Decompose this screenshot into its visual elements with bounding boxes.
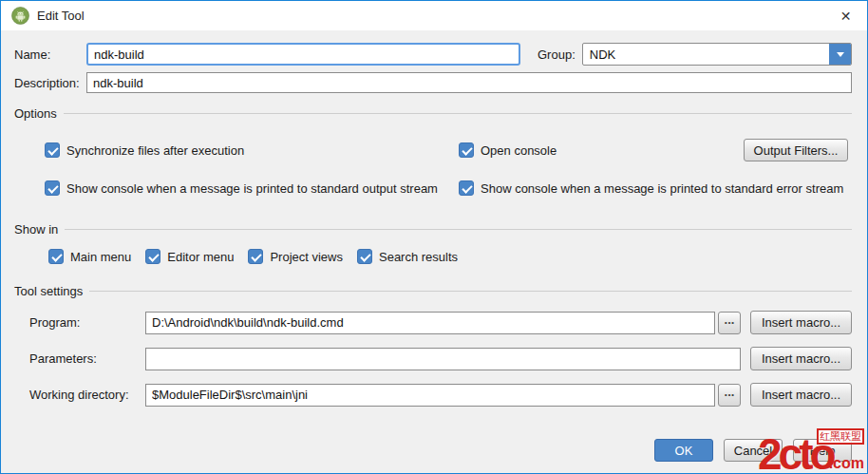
group-dropdown-button[interactable] bbox=[829, 44, 851, 65]
parameters-insert-macro-button[interactable]: Insert macro... bbox=[750, 347, 852, 370]
working-directory-row: Working directory: ... Insert macro... bbox=[14, 383, 852, 407]
group-selected-value: NDK bbox=[583, 47, 829, 62]
android-studio-icon bbox=[11, 7, 29, 25]
checkbox-checked-icon[interactable] bbox=[48, 249, 64, 264]
checkbox-search-results[interactable]: Search results bbox=[357, 249, 458, 264]
edit-tool-dialog: Edit Tool ✕ Name: Group: NDK Description… bbox=[0, 0, 868, 474]
ok-button[interactable]: OK bbox=[654, 439, 713, 462]
checkbox-label: Synchronize files after execution bbox=[66, 143, 244, 158]
footer-button-bar: OK Cancel Help bbox=[14, 439, 852, 462]
name-input[interactable] bbox=[86, 43, 520, 66]
checkbox-editor-menu[interactable]: Editor menu bbox=[145, 249, 234, 264]
checkbox-synchronize-files[interactable]: Synchronize files after execution bbox=[45, 142, 459, 158]
parameters-input[interactable] bbox=[145, 348, 741, 370]
help-button[interactable]: Help bbox=[793, 439, 852, 462]
tool-settings-section-label: Tool settings bbox=[14, 284, 83, 298]
name-label: Name: bbox=[14, 47, 86, 62]
checkbox-label: Show console when a message is printed t… bbox=[66, 181, 438, 196]
chevron-down-icon bbox=[837, 52, 844, 57]
description-label: Description: bbox=[14, 76, 86, 90]
parameters-row: Parameters: Insert macro... bbox=[14, 347, 852, 370]
checkbox-open-console[interactable]: Open console bbox=[459, 142, 557, 158]
group-label: Group: bbox=[538, 47, 576, 62]
output-filters-button[interactable]: Output Filters... bbox=[744, 139, 848, 161]
parameters-label: Parameters: bbox=[29, 351, 145, 366]
options-row-1: Synchronize files after execution Open c… bbox=[14, 139, 852, 161]
program-browse-button[interactable]: ... bbox=[718, 312, 741, 334]
program-input[interactable] bbox=[145, 312, 715, 334]
checkbox-checked-icon[interactable] bbox=[45, 180, 60, 196]
checkbox-label: Editor menu bbox=[167, 250, 234, 264]
program-row: Program: ... Insert macro... bbox=[14, 311, 852, 334]
dialog-content: Name: Group: NDK Description: Options Sy… bbox=[1, 30, 867, 473]
working-directory-input[interactable] bbox=[145, 384, 715, 407]
group-select[interactable]: NDK bbox=[582, 43, 852, 66]
program-label: Program: bbox=[29, 315, 145, 330]
checkbox-checked-icon[interactable] bbox=[459, 180, 474, 196]
dialog-title: Edit Tool bbox=[37, 9, 85, 23]
checkbox-checked-icon[interactable] bbox=[459, 142, 474, 158]
checkbox-label: Search results bbox=[379, 250, 458, 264]
checkbox-project-views[interactable]: Project views bbox=[248, 249, 343, 264]
checkbox-main-menu[interactable]: Main menu bbox=[48, 249, 131, 264]
options-section-divider bbox=[64, 113, 852, 114]
checkbox-checked-icon[interactable] bbox=[45, 142, 60, 158]
options-row-2: Show console when a message is printed t… bbox=[14, 180, 852, 197]
show-in-section-header: Show in bbox=[14, 221, 852, 237]
checkbox-show-console-stdout[interactable]: Show console when a message is printed t… bbox=[45, 180, 459, 196]
checkbox-checked-icon[interactable] bbox=[145, 249, 160, 264]
working-directory-insert-macro-button[interactable]: Insert macro... bbox=[750, 383, 852, 407]
close-icon[interactable]: ✕ bbox=[824, 1, 867, 30]
show-in-row: Main menu Editor menu Project views Sear… bbox=[14, 248, 852, 265]
checkbox-label: Main menu bbox=[70, 250, 131, 264]
program-insert-macro-button[interactable]: Insert macro... bbox=[750, 311, 852, 334]
checkbox-checked-icon[interactable] bbox=[357, 249, 372, 264]
tool-settings-section-header: Tool settings bbox=[14, 283, 852, 298]
checkbox-label: Project views bbox=[270, 250, 343, 264]
checkbox-checked-icon[interactable] bbox=[248, 249, 263, 264]
titlebar: Edit Tool ✕ bbox=[1, 1, 867, 30]
show-in-section-label: Show in bbox=[14, 222, 58, 237]
cancel-button[interactable]: Cancel bbox=[724, 439, 783, 462]
working-directory-label: Working directory: bbox=[29, 388, 145, 402]
checkbox-label: Show console when a message is printed t… bbox=[481, 181, 843, 196]
options-section-header: Options bbox=[14, 105, 852, 121]
options-section-label: Options bbox=[14, 106, 57, 121]
working-directory-browse-button[interactable]: ... bbox=[718, 384, 741, 407]
description-input[interactable] bbox=[86, 72, 852, 93]
name-group-row: Name: Group: NDK bbox=[14, 43, 852, 66]
checkbox-show-console-stderr[interactable]: Show console when a message is printed t… bbox=[459, 180, 843, 196]
description-row: Description: bbox=[14, 72, 852, 93]
show-in-section-divider bbox=[65, 229, 852, 230]
checkbox-label: Open console bbox=[481, 143, 557, 158]
tool-settings-section-divider bbox=[89, 291, 852, 292]
